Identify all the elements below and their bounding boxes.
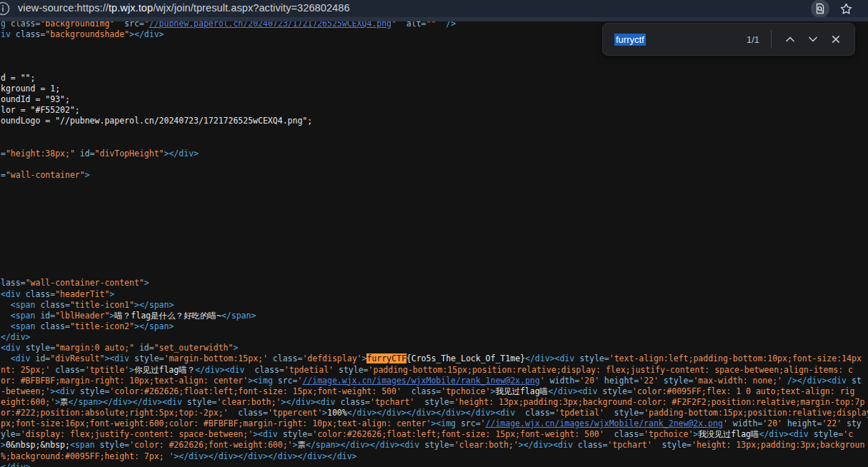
- toolbar-actions: [811, 0, 855, 18]
- browser-toolbar: view-source:https://tp.wjx.top/wjx/join/…: [0, 0, 868, 17]
- code-line: yle='display: flex;justify-content: spac…: [1, 429, 868, 440]
- code-line: [1, 224, 868, 235]
- code-line: oundLogo = "//pubnew.paperol.cn/20240723…: [1, 116, 868, 126]
- code-line: >0&nbsp;&nbsp;<span style='color: #26262…: [1, 440, 868, 451]
- code-line: [1, 202, 868, 213]
- source-url-link[interactable]: //image.wjx.cn/images/wjxMobile/rank_2ne…: [486, 418, 723, 428]
- star-icon: [839, 1, 854, 16]
- chevron-up-icon: [783, 32, 797, 46]
- code-line: <span class="title-icon1"></span>: [1, 300, 868, 311]
- code-line: or:#222;position:absolute;right:5px;top:…: [1, 408, 868, 418]
- code-line: %;background:#0095FF;height: 7px; '></di…: [1, 451, 868, 462]
- find-bar-divider: [771, 30, 772, 49]
- page-content: g class="backgroundimg" src="//pubnew.pa…: [0, 21, 868, 467]
- code-line: or: #BFBFBF;margin-right: 10px;text-alig…: [1, 376, 868, 386]
- url-scheme: view-source:https://: [18, 2, 109, 14]
- find-query-selected-text: furryctf: [614, 34, 646, 46]
- find-match-counter: 1/1: [747, 34, 759, 45]
- code-line: eight:600;'>票</span></div></div><div sty…: [1, 397, 868, 408]
- code-line: kground = 1;: [1, 84, 868, 94]
- code-line: -between;'><div style='color:#262626;flo…: [1, 386, 868, 397]
- site-info-icon[interactable]: [0, 1, 11, 16]
- find-close-button[interactable]: [824, 28, 847, 51]
- code-line: oundId = "93";: [1, 94, 868, 105]
- code-line: lor = "#F55202";: [1, 105, 868, 116]
- source-url-link[interactable]: //image.wjx.cn/images/wjxMobile/rank_1ne…: [302, 376, 539, 386]
- url-bar[interactable]: view-source:https://tp.wjx.top/wjx/join/…: [18, 2, 350, 14]
- code-line: </div>: [1, 332, 868, 343]
- code-line: [1, 159, 868, 170]
- code-line: [1, 126, 868, 137]
- chevron-down-icon: [806, 32, 820, 46]
- find-match-highlight: furryCTF: [366, 353, 406, 363]
- url-path: /wjx/join/tpresult.aspx?activity=3268024…: [153, 2, 349, 14]
- source-url-link[interactable]: //pubnew.paperol.cn/20240723/1721726525w…: [149, 21, 391, 29]
- code-line: [1, 235, 868, 246]
- code-line: <span class="title-icon2"></span>: [1, 321, 868, 332]
- code-line: [1, 181, 868, 191]
- code-line: [1, 214, 868, 224]
- find-next-button[interactable]: [802, 28, 824, 51]
- code-line: [1, 191, 868, 202]
- find-bar: furryctf 1/1: [602, 23, 855, 56]
- info-circle-icon: [0, 1, 11, 16]
- url-host: tp.wjx.top: [109, 2, 153, 14]
- code-line: [1, 246, 868, 256]
- code-line: <div style="margin:0 auto;" id="set_oute…: [1, 343, 868, 353]
- code-line: </div>: [1, 462, 868, 467]
- code-line: [1, 62, 868, 73]
- code-line: [1, 256, 868, 267]
- find-previous-button[interactable]: [779, 28, 802, 51]
- code-line: d = "";: [1, 73, 868, 84]
- code-line: [1, 267, 868, 278]
- code-line: ="wall-container">: [1, 170, 868, 181]
- code-line: nt: 25px;' class='tptitle'>你见过flag喵？</di…: [1, 365, 868, 376]
- source-code: g class="backgroundimg" src="//pubnew.pa…: [1, 21, 868, 467]
- code-line: <div class="headerTit">: [1, 289, 868, 300]
- code-line: ="height:38px;" id="divTopHeight"></div>: [1, 149, 868, 159]
- find-input[interactable]: furryctf: [614, 34, 646, 45]
- view-source-button[interactable]: [811, 0, 829, 18]
- code-line: px;font-size:16px;font-weight:600;color:…: [1, 418, 868, 429]
- bookmark-button[interactable]: [837, 0, 855, 18]
- close-icon: [829, 32, 843, 46]
- document-magnifier-icon: [814, 3, 826, 14]
- code-line: lass="wall-container-content">: [1, 278, 868, 288]
- code-line: <div id="divResult"><div style='margin-b…: [1, 353, 868, 364]
- code-line: <span id="lblHeader">喵？flag是什么？好吃的喵~</sp…: [1, 311, 868, 321]
- code-line: [1, 138, 868, 149]
